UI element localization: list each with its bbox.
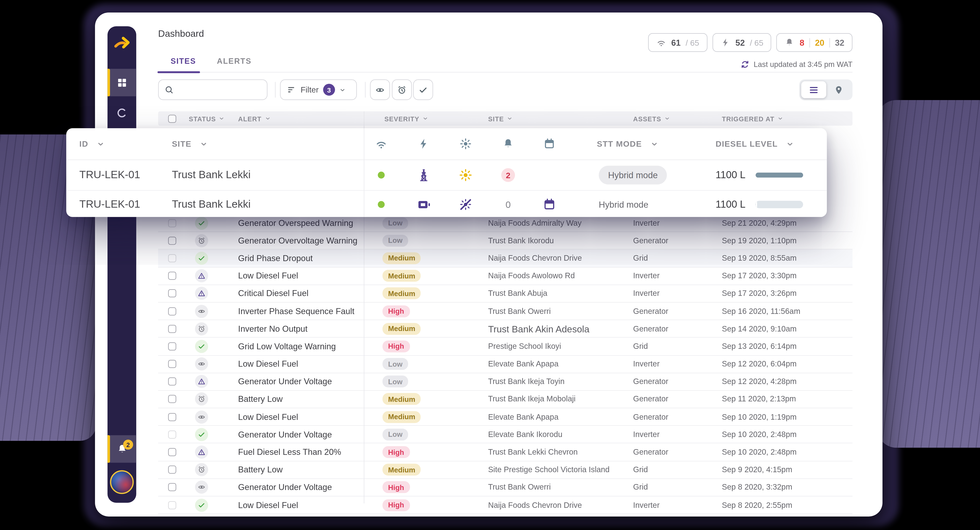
- table-row[interactable]: Low Diesel FuelMediumNaija Foods Awolowo…: [158, 267, 853, 285]
- wifi-total: / 65: [686, 38, 699, 47]
- column-header-assets[interactable]: ASSETS: [633, 115, 670, 122]
- severity-badge: Medium: [382, 270, 421, 282]
- snooze-filter-button[interactable]: [392, 80, 412, 100]
- row-checkbox[interactable]: [168, 448, 176, 456]
- map-view-button[interactable]: [826, 85, 851, 95]
- table-row[interactable]: Generator Under VoltageHighTrust Bank Ow…: [158, 479, 853, 496]
- table-row[interactable]: Low Diesel FuelMediumElevate Bank ApapaG…: [158, 409, 853, 426]
- power-pill[interactable]: 52 / 65: [713, 33, 772, 52]
- alert-name: Grid Low Voltage Warning: [238, 342, 336, 351]
- row-checkbox[interactable]: [168, 219, 176, 227]
- severity-badge: High: [382, 340, 410, 352]
- site-name: Prestige School Ikoyi: [488, 342, 561, 351]
- severity-badge: Low: [382, 235, 408, 246]
- list-view-button[interactable]: [801, 81, 826, 98]
- triggered-at: Sep 9 2020, 4:15pm: [722, 465, 792, 474]
- table-row[interactable]: Fuel Diesel Less Than 20%HighTrust Bank …: [158, 444, 853, 461]
- chevron-down-icon: [787, 140, 794, 148]
- asset-name: Generator: [633, 307, 668, 316]
- column-header-alert[interactable]: ALERT: [238, 115, 270, 122]
- page-title: Dashboard: [158, 28, 204, 39]
- triggered-at: Sep 10 2020, 1:19pm: [722, 413, 796, 421]
- column-header-triggered-at[interactable]: TRIGGERED AT: [722, 115, 783, 122]
- row-checkbox[interactable]: [168, 236, 176, 245]
- status-pill-group: 61 / 65 52 / 65 8 20 32: [648, 33, 852, 52]
- table-row[interactable]: Low Diesel FuelHighNaija Foods Chevron D…: [158, 496, 853, 514]
- tab-sites[interactable]: SITES: [170, 57, 196, 65]
- table-row[interactable]: Generator Under VoltageLowTrust Bank Ike…: [158, 373, 853, 391]
- row-checkbox[interactable]: [168, 484, 176, 492]
- asset-name: Inverter: [633, 271, 660, 280]
- user-avatar[interactable]: [110, 470, 134, 494]
- table-row[interactable]: Grid Phase DropoutMediumNaija Foods Chev…: [158, 250, 853, 267]
- overlay-site-row[interactable]: TRU-LEK-01Trust Bank Lekki0Hybrid mode11…: [66, 191, 827, 218]
- row-checkbox[interactable]: [168, 325, 176, 333]
- overlay-column-site[interactable]: SITE: [172, 139, 208, 148]
- sidebar-item-reports[interactable]: [115, 106, 129, 120]
- row-checkbox[interactable]: [168, 378, 176, 386]
- alert-name: Generator Under Voltage: [238, 483, 332, 492]
- row-checkbox[interactable]: [168, 413, 176, 421]
- filter-button[interactable]: Filter 3: [280, 80, 357, 100]
- status-clock-icon: [195, 463, 208, 476]
- table-row[interactable]: Low Diesel FuelLowElevate Bank ApapaInve…: [158, 356, 853, 373]
- row-checkbox[interactable]: [168, 272, 176, 280]
- table-row[interactable]: Battery LowMediumSite Prestige School Vi…: [158, 461, 853, 479]
- search-input[interactable]: [177, 85, 261, 95]
- row-checkbox[interactable]: [168, 360, 176, 368]
- alert-name: Generator Under Voltage: [238, 377, 332, 386]
- sidebar-item-dashboard[interactable]: [108, 69, 136, 96]
- dashboard-grid-icon: [116, 77, 127, 88]
- connectivity-pill[interactable]: 61 / 65: [648, 33, 707, 52]
- resolved-filter-button[interactable]: [413, 80, 433, 100]
- row-checkbox[interactable]: [168, 466, 176, 474]
- app-logo-icon[interactable]: [112, 32, 132, 53]
- view-toggle: [799, 80, 853, 100]
- search-box[interactable]: [158, 80, 267, 100]
- chevron-down-icon: [97, 140, 105, 148]
- watch-filter-button[interactable]: [370, 80, 390, 100]
- status-triangle-icon: [195, 375, 208, 388]
- table-row[interactable]: Generator Overvoltage WarningLowTrust Ba…: [158, 232, 853, 250]
- table-row[interactable]: Battery LowMediumTrust Bank Ikeja Mobola…: [158, 391, 853, 408]
- overlay-column-stt-mode[interactable]: STT MODE: [597, 139, 658, 148]
- table-row[interactable]: Inverter No OutputMediumTrust Bank Akin …: [158, 320, 853, 338]
- wifi-icon: [656, 37, 666, 48]
- diesel-level-bar: [756, 200, 803, 208]
- table-row[interactable]: Inverter Phase Sequence FaultHighTrust B…: [158, 303, 853, 320]
- select-all-checkbox[interactable]: [168, 115, 176, 123]
- asset-name: Generator: [633, 413, 668, 421]
- overlay-site-row[interactable]: TRU-LEK-01Trust Bank Lekki2Hybrid mode11…: [66, 160, 827, 191]
- status-triangle-icon: [195, 269, 208, 283]
- row-checkbox[interactable]: [168, 395, 176, 404]
- asset-name: Inverter: [633, 430, 660, 439]
- table-row[interactable]: Grid Low Voltage WarningHighPrestige Sch…: [158, 338, 853, 356]
- table-row[interactable]: Generator Under VoltageLowElevate Bank I…: [158, 426, 853, 444]
- row-checkbox[interactable]: [168, 342, 176, 350]
- column-header-status[interactable]: STATUS: [189, 115, 225, 122]
- triggered-at: Sep 19 2020, 8:55am: [722, 254, 796, 262]
- chevron-down-icon: [265, 116, 270, 121]
- alerts-pill[interactable]: 8 20 32: [776, 33, 853, 52]
- overlay-column-id[interactable]: ID: [80, 139, 105, 148]
- tab-alerts[interactable]: ALERTS: [217, 57, 251, 65]
- chevron-down-icon: [422, 116, 428, 121]
- table-row[interactable]: Critical Diesel FuelMediumTrust Bank Abu…: [158, 285, 853, 302]
- triggered-at: Sep 17 2020, 3:26pm: [722, 289, 796, 298]
- row-checkbox[interactable]: [168, 289, 176, 298]
- sidebar-item-notifications[interactable]: 2: [108, 435, 136, 463]
- column-header-severity[interactable]: SEVERITY: [384, 115, 428, 122]
- divider: [275, 82, 275, 97]
- site-name: Naija Foods Admiralty Way: [488, 219, 582, 227]
- severity-badge: High: [382, 499, 410, 511]
- chevron-down-icon: [219, 116, 225, 121]
- alert-name: Battery Low: [238, 465, 283, 474]
- row-checkbox[interactable]: [168, 501, 176, 509]
- row-checkbox[interactable]: [168, 254, 176, 262]
- avr-icon: [416, 197, 431, 212]
- column-header-site[interactable]: SITE: [488, 115, 513, 122]
- asset-name: Grid: [633, 483, 648, 492]
- row-checkbox[interactable]: [168, 307, 176, 315]
- overlay-column-diesel-level[interactable]: DIESEL LEVEL: [716, 139, 794, 148]
- row-checkbox[interactable]: [168, 430, 176, 439]
